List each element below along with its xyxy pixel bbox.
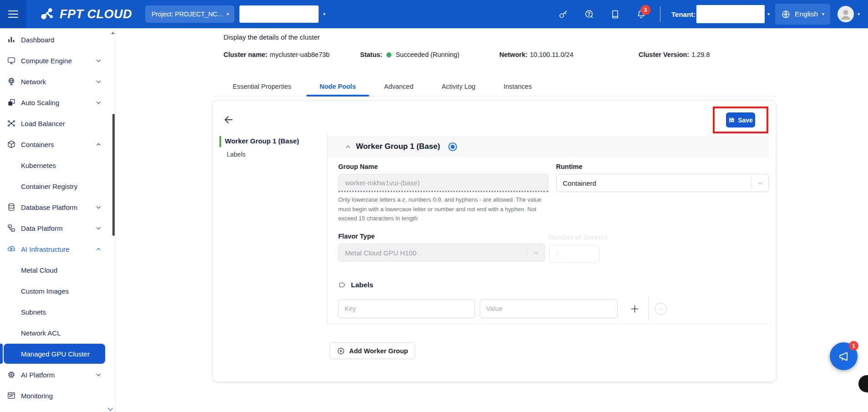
sidebar-item-container-registry[interactable]: Container Registry xyxy=(0,176,115,197)
chevron-down-icon xyxy=(96,225,102,231)
flavor-type-select[interactable]: Metal Cloud GPU H100 xyxy=(338,244,545,262)
globe-stand-icon xyxy=(7,77,16,86)
sidebar-item-dashboard[interactable]: Dashboard xyxy=(0,29,115,50)
plus-icon xyxy=(629,304,640,314)
worker-group-nav-item[interactable]: Worker Group 1 (Base) xyxy=(213,135,327,148)
sidebar-item-auto-scaling[interactable]: Auto Scaling xyxy=(0,92,115,113)
worker-group-radio-selected[interactable] xyxy=(448,142,457,151)
sidebar-item-network-acl[interactable]: Network ACL xyxy=(0,322,115,343)
navbar-right: 3 Tenant: ▾ English ▾ ▾ xyxy=(543,4,868,25)
sidebar-item-ai-infrastructure[interactable]: AI Infrastructure xyxy=(0,239,115,259)
scroll-up-arrow-icon[interactable] xyxy=(111,31,115,35)
help-chat-icon[interactable] xyxy=(584,9,594,20)
sidebar-item-containers[interactable]: Containers xyxy=(0,134,115,155)
data-stack-icon xyxy=(7,224,16,233)
scroll-down-chevron-icon[interactable] xyxy=(107,407,114,412)
group-name-input[interactable] xyxy=(338,174,548,192)
tab-instances[interactable]: Instances xyxy=(490,76,545,96)
remove-label-button-disabled[interactable] xyxy=(655,303,667,315)
chevron-down-icon[interactable]: ▾ xyxy=(767,12,770,16)
documentation-icon[interactable] xyxy=(610,9,620,20)
announcements-floating-button[interactable]: 1 xyxy=(830,342,858,370)
status-label: Status: xyxy=(360,51,382,58)
sidebar-item-network[interactable]: Network xyxy=(0,71,115,92)
avatar[interactable] xyxy=(838,6,854,22)
top-navbar: FPT CLOUD Project: PROJECT_NC... ▾ ▾ 3 T… xyxy=(0,0,868,28)
tenant-label: Tenant: xyxy=(671,10,695,18)
save-button[interactable]: Save xyxy=(726,112,755,127)
add-label-button[interactable] xyxy=(629,304,640,314)
monitor-icon xyxy=(7,56,16,65)
sidebar-item-subnets[interactable]: Subnets xyxy=(0,301,115,322)
version-value: 1.29.8 xyxy=(691,51,710,58)
notification-badge: 3 xyxy=(640,5,650,15)
tab-essential-properties[interactable]: Essential Properties xyxy=(219,76,305,96)
cluster-info-row: Cluster name: mycluster-uab8e73b Status:… xyxy=(223,51,868,61)
back-button[interactable] xyxy=(223,114,235,126)
sidebar-item-kubernetes[interactable]: Kubernetes xyxy=(0,155,115,176)
worker-group-nav-labels-item[interactable]: Labels xyxy=(213,148,327,158)
group-name-label: Group Name xyxy=(338,163,548,170)
add-worker-group-button[interactable]: Add Worker Group xyxy=(330,342,415,359)
sidebar-item-monitoring[interactable]: Monitoring xyxy=(0,385,115,406)
floppy-save-icon xyxy=(728,117,735,123)
row-divider xyxy=(648,296,649,321)
runtime-select[interactable]: Containerd xyxy=(556,174,769,192)
sidebar-item-ai-platform[interactable]: AI Platform xyxy=(0,364,115,385)
navbar-divider xyxy=(660,6,660,22)
sidebar-item-data-platform[interactable]: Data Platform xyxy=(0,218,115,239)
chip-icon xyxy=(7,370,16,379)
collapse-chevron-up-icon[interactable] xyxy=(345,143,351,150)
sidebar-item-managed-gpu-cluster[interactable]: Managed GPU Cluster xyxy=(4,344,105,364)
cluster-network-field: Network: 10.100.11.0/24 xyxy=(499,51,574,58)
sidebar: Dashboard Compute Engine Network Auto Sc… xyxy=(0,28,116,412)
chevron-down-icon xyxy=(96,79,102,85)
hamburger-menu-button[interactable] xyxy=(0,0,26,28)
hub-nodes-icon xyxy=(7,119,16,128)
group-name-helper-text: Only lowercase letters a-z, numbers 0-9,… xyxy=(338,195,548,224)
key-icon[interactable] xyxy=(558,9,569,20)
sidebar-scrollbar-thumb[interactable] xyxy=(112,114,115,236)
announcement-badge: 1 xyxy=(849,341,858,351)
cluster-tabs: Essential Properties Node Pools Advanced… xyxy=(213,76,776,97)
cloud-sync-icon xyxy=(7,244,16,254)
sidebar-item-load-balancer[interactable]: Load Balancer xyxy=(0,113,115,134)
chevron-down-icon xyxy=(751,177,768,189)
megaphone-icon xyxy=(838,350,850,363)
chevron-down-icon xyxy=(527,247,544,259)
sidebar-item-custom-images[interactable]: Custom Images xyxy=(0,280,115,301)
redacted-tenant-box[interactable] xyxy=(696,5,765,23)
chevron-down-icon[interactable]: ▾ xyxy=(858,12,860,16)
brand-logo[interactable]: FPT CLOUD xyxy=(39,5,132,23)
tab-advanced[interactable]: Advanced xyxy=(371,76,427,96)
sidebar-item-metal-cloud[interactable]: Metal Cloud xyxy=(0,259,115,280)
cube-icon xyxy=(7,140,16,149)
plus-circle-icon xyxy=(337,347,345,355)
chevron-down-icon: ▾ xyxy=(822,12,824,16)
runtime-value: Containerd xyxy=(563,179,596,187)
label-value-input[interactable] xyxy=(480,299,618,318)
sidebar-item-database-platform[interactable]: Database Platform xyxy=(0,197,115,218)
network-value: 10.100.11.0/24 xyxy=(530,51,574,58)
tab-activity-log[interactable]: Activity Log xyxy=(428,76,488,96)
cluster-name-value: mycluster-uab8e73b xyxy=(270,51,330,58)
fpt-cloud-logo-icon xyxy=(39,5,56,23)
worker-group-title: Worker Group 1 (Base) xyxy=(356,142,440,151)
scaling-squares-icon xyxy=(7,98,16,107)
cluster-version-field: Cluster Version: 1.29.8 xyxy=(639,51,710,58)
notifications-button[interactable]: 3 xyxy=(636,9,646,20)
network-label: Network: xyxy=(499,51,528,58)
label-key-input[interactable] xyxy=(338,299,475,318)
language-selector[interactable]: English ▾ xyxy=(775,4,830,25)
brand-name: FPT CLOUD xyxy=(60,7,132,21)
project-selector[interactable]: Project: PROJECT_NC... ▾ xyxy=(145,5,234,23)
node-pools-card: Save Worker Group 1 (Base) Labels Worker… xyxy=(213,101,776,381)
chevron-down-icon[interactable]: ▾ xyxy=(323,12,325,16)
tab-node-pools[interactable]: Node Pools xyxy=(306,76,369,96)
save-annotation-highlight: Save xyxy=(713,107,768,133)
worker-group-header: Worker Group 1 (Base) xyxy=(328,136,769,157)
main-content: Display the details of the cluster Clust… xyxy=(116,28,868,412)
globe-icon xyxy=(781,10,791,19)
sidebar-item-compute-engine[interactable]: Compute Engine xyxy=(0,50,115,71)
redacted-region-box xyxy=(239,5,319,23)
